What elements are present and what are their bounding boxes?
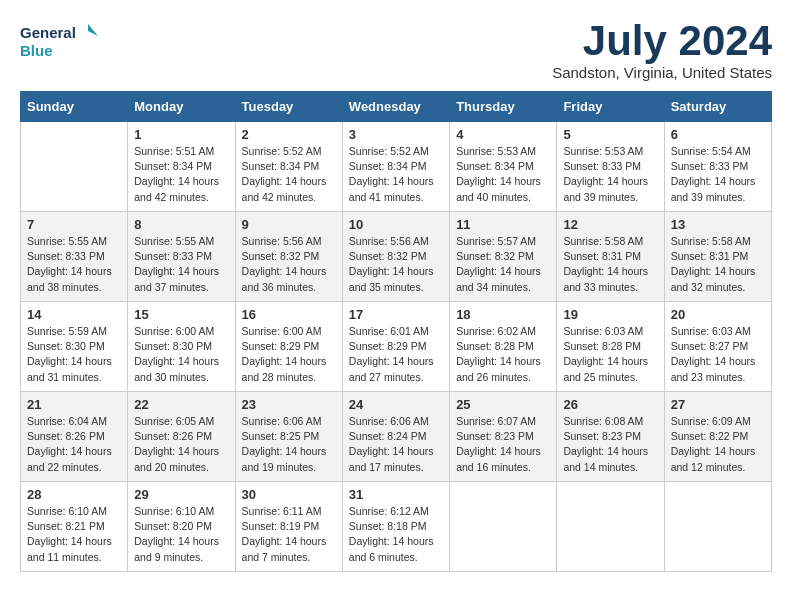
- day-info: Sunrise: 6:12 AM Sunset: 8:18 PM Dayligh…: [349, 504, 443, 565]
- logo: General Blue: [20, 20, 100, 65]
- day-number: 26: [563, 397, 657, 412]
- day-number: 1: [134, 127, 228, 142]
- day-info: Sunrise: 5:55 AM Sunset: 8:33 PM Dayligh…: [134, 234, 228, 295]
- week-row-5: 28Sunrise: 6:10 AM Sunset: 8:21 PM Dayli…: [21, 482, 772, 572]
- calendar-cell: 24Sunrise: 6:06 AM Sunset: 8:24 PM Dayli…: [342, 392, 449, 482]
- day-number: 3: [349, 127, 443, 142]
- header-saturday: Saturday: [664, 92, 771, 122]
- calendar-cell: 7Sunrise: 5:55 AM Sunset: 8:33 PM Daylig…: [21, 212, 128, 302]
- day-number: 15: [134, 307, 228, 322]
- day-info: Sunrise: 6:06 AM Sunset: 8:25 PM Dayligh…: [242, 414, 336, 475]
- calendar-cell: 4Sunrise: 5:53 AM Sunset: 8:34 PM Daylig…: [450, 122, 557, 212]
- day-number: 17: [349, 307, 443, 322]
- title-area: July 2024 Sandston, Virginia, United Sta…: [552, 20, 772, 81]
- week-row-3: 14Sunrise: 5:59 AM Sunset: 8:30 PM Dayli…: [21, 302, 772, 392]
- day-info: Sunrise: 6:08 AM Sunset: 8:23 PM Dayligh…: [563, 414, 657, 475]
- day-info: Sunrise: 6:03 AM Sunset: 8:27 PM Dayligh…: [671, 324, 765, 385]
- header-monday: Monday: [128, 92, 235, 122]
- svg-marker-2: [88, 24, 98, 36]
- calendar-cell: 29Sunrise: 6:10 AM Sunset: 8:20 PM Dayli…: [128, 482, 235, 572]
- day-number: 25: [456, 397, 550, 412]
- svg-text:General: General: [20, 24, 76, 41]
- day-number: 13: [671, 217, 765, 232]
- day-info: Sunrise: 5:54 AM Sunset: 8:33 PM Dayligh…: [671, 144, 765, 205]
- svg-text:Blue: Blue: [20, 42, 53, 59]
- day-info: Sunrise: 5:52 AM Sunset: 8:34 PM Dayligh…: [349, 144, 443, 205]
- day-number: 22: [134, 397, 228, 412]
- day-info: Sunrise: 5:56 AM Sunset: 8:32 PM Dayligh…: [349, 234, 443, 295]
- day-number: 27: [671, 397, 765, 412]
- day-info: Sunrise: 6:01 AM Sunset: 8:29 PM Dayligh…: [349, 324, 443, 385]
- calendar-cell: 27Sunrise: 6:09 AM Sunset: 8:22 PM Dayli…: [664, 392, 771, 482]
- day-info: Sunrise: 5:58 AM Sunset: 8:31 PM Dayligh…: [563, 234, 657, 295]
- header-sunday: Sunday: [21, 92, 128, 122]
- day-number: 5: [563, 127, 657, 142]
- day-number: 2: [242, 127, 336, 142]
- header-row: SundayMondayTuesdayWednesdayThursdayFrid…: [21, 92, 772, 122]
- calendar-cell: [557, 482, 664, 572]
- header-friday: Friday: [557, 92, 664, 122]
- day-info: Sunrise: 5:51 AM Sunset: 8:34 PM Dayligh…: [134, 144, 228, 205]
- header-tuesday: Tuesday: [235, 92, 342, 122]
- calendar-cell: 26Sunrise: 6:08 AM Sunset: 8:23 PM Dayli…: [557, 392, 664, 482]
- calendar-cell: 8Sunrise: 5:55 AM Sunset: 8:33 PM Daylig…: [128, 212, 235, 302]
- day-number: 29: [134, 487, 228, 502]
- day-info: Sunrise: 5:52 AM Sunset: 8:34 PM Dayligh…: [242, 144, 336, 205]
- calendar-cell: 19Sunrise: 6:03 AM Sunset: 8:28 PM Dayli…: [557, 302, 664, 392]
- calendar-cell: 14Sunrise: 5:59 AM Sunset: 8:30 PM Dayli…: [21, 302, 128, 392]
- calendar-cell: 21Sunrise: 6:04 AM Sunset: 8:26 PM Dayli…: [21, 392, 128, 482]
- day-info: Sunrise: 6:04 AM Sunset: 8:26 PM Dayligh…: [27, 414, 121, 475]
- day-number: 21: [27, 397, 121, 412]
- day-info: Sunrise: 5:53 AM Sunset: 8:34 PM Dayligh…: [456, 144, 550, 205]
- header-wednesday: Wednesday: [342, 92, 449, 122]
- day-info: Sunrise: 6:06 AM Sunset: 8:24 PM Dayligh…: [349, 414, 443, 475]
- calendar-cell: 20Sunrise: 6:03 AM Sunset: 8:27 PM Dayli…: [664, 302, 771, 392]
- calendar-cell: 13Sunrise: 5:58 AM Sunset: 8:31 PM Dayli…: [664, 212, 771, 302]
- day-number: 11: [456, 217, 550, 232]
- day-info: Sunrise: 6:00 AM Sunset: 8:30 PM Dayligh…: [134, 324, 228, 385]
- day-info: Sunrise: 6:07 AM Sunset: 8:23 PM Dayligh…: [456, 414, 550, 475]
- day-number: 12: [563, 217, 657, 232]
- day-info: Sunrise: 6:11 AM Sunset: 8:19 PM Dayligh…: [242, 504, 336, 565]
- calendar-cell: [450, 482, 557, 572]
- day-number: 30: [242, 487, 336, 502]
- week-row-1: 1Sunrise: 5:51 AM Sunset: 8:34 PM Daylig…: [21, 122, 772, 212]
- calendar-cell: 23Sunrise: 6:06 AM Sunset: 8:25 PM Dayli…: [235, 392, 342, 482]
- calendar-cell: 16Sunrise: 6:00 AM Sunset: 8:29 PM Dayli…: [235, 302, 342, 392]
- day-info: Sunrise: 6:02 AM Sunset: 8:28 PM Dayligh…: [456, 324, 550, 385]
- day-number: 24: [349, 397, 443, 412]
- day-info: Sunrise: 5:58 AM Sunset: 8:31 PM Dayligh…: [671, 234, 765, 295]
- day-info: Sunrise: 5:55 AM Sunset: 8:33 PM Dayligh…: [27, 234, 121, 295]
- calendar-cell: 1Sunrise: 5:51 AM Sunset: 8:34 PM Daylig…: [128, 122, 235, 212]
- day-info: Sunrise: 6:00 AM Sunset: 8:29 PM Dayligh…: [242, 324, 336, 385]
- calendar-table: SundayMondayTuesdayWednesdayThursdayFrid…: [20, 91, 772, 572]
- day-number: 31: [349, 487, 443, 502]
- day-info: Sunrise: 6:05 AM Sunset: 8:26 PM Dayligh…: [134, 414, 228, 475]
- calendar-cell: 30Sunrise: 6:11 AM Sunset: 8:19 PM Dayli…: [235, 482, 342, 572]
- calendar-cell: 3Sunrise: 5:52 AM Sunset: 8:34 PM Daylig…: [342, 122, 449, 212]
- day-number: 16: [242, 307, 336, 322]
- header: General Blue July 2024 Sandston, Virgini…: [20, 20, 772, 81]
- day-info: Sunrise: 5:57 AM Sunset: 8:32 PM Dayligh…: [456, 234, 550, 295]
- month-title: July 2024: [552, 20, 772, 62]
- calendar-cell: 25Sunrise: 6:07 AM Sunset: 8:23 PM Dayli…: [450, 392, 557, 482]
- calendar-cell: 15Sunrise: 6:00 AM Sunset: 8:30 PM Dayli…: [128, 302, 235, 392]
- day-number: 20: [671, 307, 765, 322]
- calendar-cell: 31Sunrise: 6:12 AM Sunset: 8:18 PM Dayli…: [342, 482, 449, 572]
- day-number: 23: [242, 397, 336, 412]
- day-number: 4: [456, 127, 550, 142]
- location: Sandston, Virginia, United States: [552, 64, 772, 81]
- calendar-cell: 28Sunrise: 6:10 AM Sunset: 8:21 PM Dayli…: [21, 482, 128, 572]
- calendar-cell: 10Sunrise: 5:56 AM Sunset: 8:32 PM Dayli…: [342, 212, 449, 302]
- week-row-4: 21Sunrise: 6:04 AM Sunset: 8:26 PM Dayli…: [21, 392, 772, 482]
- calendar-cell: 18Sunrise: 6:02 AM Sunset: 8:28 PM Dayli…: [450, 302, 557, 392]
- calendar-cell: [664, 482, 771, 572]
- day-info: Sunrise: 6:10 AM Sunset: 8:21 PM Dayligh…: [27, 504, 121, 565]
- day-number: 18: [456, 307, 550, 322]
- calendar-cell: 11Sunrise: 5:57 AM Sunset: 8:32 PM Dayli…: [450, 212, 557, 302]
- logo-icon: General Blue: [20, 20, 100, 65]
- header-thursday: Thursday: [450, 92, 557, 122]
- calendar-cell: [21, 122, 128, 212]
- day-number: 9: [242, 217, 336, 232]
- day-info: Sunrise: 6:03 AM Sunset: 8:28 PM Dayligh…: [563, 324, 657, 385]
